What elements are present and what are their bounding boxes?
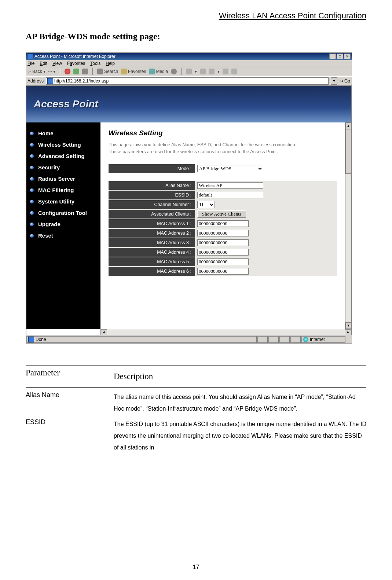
print-icon[interactable] xyxy=(200,69,206,74)
search-icon xyxy=(97,69,103,74)
address-bar: Address http://192.168.2.1/index.asp ▼ ↪… xyxy=(26,76,352,85)
search-button[interactable]: Search xyxy=(97,69,118,74)
bullet-icon xyxy=(30,132,34,135)
label-assoc: Associated Clients : xyxy=(109,210,195,219)
label-essid: ESSID : xyxy=(109,191,195,199)
sidebar-item-label: Reset xyxy=(38,232,53,239)
menu-favorites[interactable]: Favorites xyxy=(67,61,85,66)
channel-select[interactable]: 11 xyxy=(197,201,215,208)
table-row: ESSIDThe ESSID (up to 31 printable ASCII… xyxy=(26,415,366,454)
menu-file[interactable]: File xyxy=(28,61,34,66)
sidebar-item-system-utility[interactable]: System Utility xyxy=(26,196,100,207)
alias-input[interactable] xyxy=(197,182,263,189)
sidebar: HomeWireless SettingAdvanced SettingSecu… xyxy=(26,122,100,329)
label-mac4: MAC Address 4 : xyxy=(109,248,195,257)
vertical-scrollbar[interactable]: ▲ ▼ xyxy=(345,122,351,329)
ie-icon xyxy=(27,54,33,59)
scroll-right-icon[interactable]: ► xyxy=(345,329,351,335)
bullet-icon xyxy=(30,223,34,226)
menubar: File Edit View Favorites Tools Help xyxy=(26,60,352,67)
sidebar-item-upgrade[interactable]: Upgrade xyxy=(26,219,100,230)
scroll-up-icon[interactable]: ▲ xyxy=(345,122,351,129)
menu-view[interactable]: View xyxy=(52,61,62,66)
horizontal-scrollbar[interactable]: ◄ ► xyxy=(100,329,351,335)
media-button[interactable]: Media xyxy=(149,69,168,74)
discuss-icon[interactable] xyxy=(223,69,228,74)
bullet-icon xyxy=(30,166,34,169)
mail-icon[interactable] xyxy=(186,69,192,74)
sidebar-item-label: MAC Filtering xyxy=(38,187,74,193)
sidebar-item-label: Upgrade xyxy=(38,221,61,227)
bullet-icon xyxy=(30,200,34,203)
menu-tools[interactable]: Tools xyxy=(90,61,100,66)
content-description: This page allows you to define Alias Nam… xyxy=(109,142,299,155)
forward-button[interactable]: ⇨ ▾ xyxy=(48,69,55,74)
mac6-input[interactable] xyxy=(197,268,249,275)
url-input[interactable]: http://192.168.2.1/index.asp xyxy=(46,77,329,85)
back-button[interactable]: ⇦ Back ▾ xyxy=(28,69,45,74)
param-name: Alias Name xyxy=(26,391,114,415)
zone-text: Internet xyxy=(310,337,325,342)
address-label: Address xyxy=(28,78,44,84)
history-icon[interactable] xyxy=(171,69,177,74)
stop-icon[interactable] xyxy=(65,69,70,74)
refresh-icon[interactable] xyxy=(73,69,79,74)
maximize-button[interactable]: □ xyxy=(337,54,343,59)
bullet-icon xyxy=(30,234,34,238)
sidebar-item-mac-filtering[interactable]: MAC Filtering xyxy=(26,184,100,196)
messenger-icon[interactable] xyxy=(231,69,237,74)
favorites-button[interactable]: Favorites xyxy=(121,69,146,74)
url-text: http://192.168.2.1/index.asp xyxy=(54,78,109,84)
label-mac5: MAC Address 5 : xyxy=(109,257,195,266)
label-alias: Alias Name : xyxy=(109,181,195,190)
menu-edit[interactable]: Edit xyxy=(40,61,47,66)
menu-help[interactable]: Help xyxy=(106,61,115,66)
status-bar: Done Internet xyxy=(26,335,352,343)
table-row: Alias NameThe alias name of this access … xyxy=(26,388,366,415)
minimize-button[interactable]: _ xyxy=(329,54,336,59)
label-mode: Mode : xyxy=(109,164,195,173)
sidebar-item-label: Wireless Setting xyxy=(38,142,81,148)
mac4-input[interactable] xyxy=(197,249,249,256)
mac1-input[interactable] xyxy=(197,220,249,227)
sidebar-item-label: Configuration Tool xyxy=(38,210,87,216)
sidebar-item-label: Home xyxy=(38,130,54,136)
page-number: 17 xyxy=(0,564,392,570)
sidebar-item-reset[interactable]: Reset xyxy=(26,230,100,241)
hero-title: Access Point xyxy=(34,98,98,110)
sidebar-item-wireless-setting[interactable]: Wireless Setting xyxy=(26,139,100,150)
toolbar: ⇦ Back ▾ ⇨ ▾ Search Favorites Media ▾ ▾ xyxy=(26,67,352,76)
bullet-icon xyxy=(30,211,34,215)
home-icon[interactable] xyxy=(82,69,88,74)
sidebar-item-label: Security xyxy=(38,164,60,170)
param-desc: The alias name of this access point. You… xyxy=(114,391,366,415)
scroll-down-icon[interactable]: ▼ xyxy=(345,322,351,329)
scroll-thumb[interactable] xyxy=(345,129,351,174)
status-text: Done xyxy=(36,337,46,342)
edit-icon[interactable] xyxy=(209,69,215,74)
sidebar-item-advanced-setting[interactable]: Advanced Setting xyxy=(26,150,100,162)
titlebar: Access Point - Microsoft Internet Explor… xyxy=(26,53,352,60)
browser-window: Access Point - Microsoft Internet Explor… xyxy=(26,52,352,344)
bullet-icon xyxy=(30,143,34,147)
sidebar-item-home[interactable]: Home xyxy=(26,128,100,139)
scroll-left-icon[interactable]: ◄ xyxy=(100,329,107,335)
go-button[interactable]: ↪ Go xyxy=(340,78,350,84)
close-button[interactable]: × xyxy=(344,54,351,59)
mac2-input[interactable] xyxy=(197,230,249,236)
mac5-input[interactable] xyxy=(197,258,249,265)
show-active-clients-button[interactable]: Show Active Clients xyxy=(197,210,246,218)
url-dropdown[interactable]: ▼ xyxy=(331,77,337,85)
sidebar-item-label: Advanced Setting xyxy=(38,153,85,159)
mac3-input[interactable] xyxy=(197,239,249,246)
hero-banner: Access Point xyxy=(26,86,351,122)
label-mac6: MAC Address 6 : xyxy=(109,267,195,276)
sidebar-item-security[interactable]: Security xyxy=(26,162,100,173)
sidebar-item-radius-server[interactable]: Radius Server xyxy=(26,173,100,184)
bullet-icon xyxy=(30,177,34,181)
sidebar-item-configuration-tool[interactable]: Configuration Tool xyxy=(26,207,100,219)
essid-input[interactable] xyxy=(197,192,263,198)
mode-select[interactable]: AP Bridge-WDS xyxy=(197,165,263,172)
hdr-description: Description xyxy=(114,368,366,385)
bullet-icon xyxy=(30,188,34,192)
